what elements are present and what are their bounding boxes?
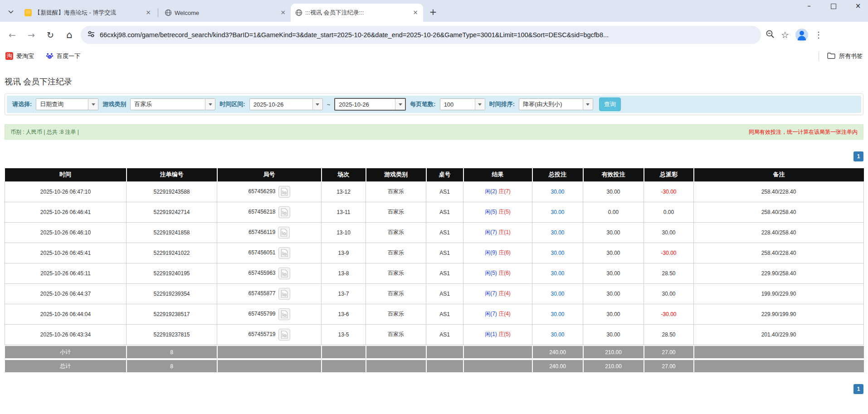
total-bet-link[interactable]: 30.00: [551, 311, 564, 317]
total-bet-link[interactable]: 30.00: [551, 189, 564, 195]
search-button[interactable]: 查询: [599, 97, 621, 111]
total-bet-link[interactable]: 30.00: [551, 270, 564, 277]
forward-icon[interactable]: →: [24, 27, 39, 43]
sort-label: 时间排序:: [489, 100, 515, 108]
omnibox[interactable]: 66cxkj98.com/game/betrecord_search/kind3…: [81, 26, 761, 44]
session-cell: 13-12: [322, 181, 366, 202]
total-bet-link[interactable]: 30.00: [551, 250, 564, 256]
video-replay-button[interactable]: [278, 206, 290, 218]
payout-cell: -30.00: [644, 304, 694, 324]
remark-cell: 229.90/258.40: [694, 263, 864, 283]
video-replay-button[interactable]: [278, 268, 290, 279]
session-cell: 13-6: [322, 304, 366, 324]
new-tab-button[interactable]: +: [427, 5, 439, 18]
page-1-button[interactable]: 1: [853, 384, 863, 394]
tab-title: :::视讯 会员下注纪录:::: [305, 9, 409, 17]
bookmark-baidu[interactable]: du 百度一下: [46, 52, 80, 61]
time-cell: 2025-10-26 06:45:11: [5, 263, 127, 283]
tab-bet-records-active[interactable]: :::视讯 会员下注纪录::: ×: [291, 4, 423, 22]
video-replay-button[interactable]: [278, 227, 290, 239]
home-icon[interactable]: ⌂: [62, 27, 77, 43]
chevron-down-icon[interactable]: [88, 99, 98, 110]
valid-bet-cell: 30.00: [583, 263, 644, 283]
video-replay-button[interactable]: [278, 288, 290, 300]
valid-bet-cell: 0.00: [583, 202, 644, 222]
tab-divider: [158, 8, 158, 17]
tab-welcome[interactable]: Welcome ×: [160, 4, 291, 22]
payout-cell: 28.50: [644, 324, 694, 345]
menu-kebab-icon[interactable]: ⋮: [814, 30, 823, 39]
bookmarks-separator: [819, 52, 819, 60]
sort-combobox[interactable]: 降幂(由大到小): [519, 98, 593, 110]
zoom-icon[interactable]: [766, 29, 775, 40]
window-maximize-button[interactable]: □: [827, 2, 840, 10]
chevron-down-icon[interactable]: [395, 99, 405, 110]
chevron-down-icon[interactable]: [205, 99, 215, 110]
total-bet-link[interactable]: 30.00: [551, 229, 564, 236]
bookmark-taobao[interactable]: 淘 爱淘宝: [5, 52, 34, 60]
tab-close-icon[interactable]: ×: [411, 9, 419, 17]
bet-id-cell: 522919242714: [127, 202, 217, 222]
total-bet-cell: 30.00: [532, 222, 583, 243]
query-type-combobox[interactable]: 日期查询: [36, 98, 98, 110]
page-1-button[interactable]: 1: [853, 151, 863, 161]
session-cell: 13-5: [322, 324, 366, 345]
result-player: 闲(5): [485, 209, 497, 215]
date-end-combobox[interactable]: 2025-10-26: [334, 98, 406, 111]
tab-close-icon[interactable]: ×: [279, 9, 287, 17]
valid-bet-notice-text: 同局有效投注，统一计算在该局第一张注单内: [749, 128, 858, 136]
result-player: 闲(9): [485, 249, 497, 256]
chevron-down-icon[interactable]: [583, 99, 593, 110]
result-banker: 庄(6): [498, 270, 511, 276]
video-replay-button[interactable]: [278, 186, 290, 198]
time-cell: 2025-10-26 06:47:10: [5, 181, 127, 202]
remark-cell: 229.90/199.90: [694, 304, 864, 324]
table-no-cell: AS1: [426, 181, 463, 202]
game-type-label: 游戏类别: [102, 100, 126, 108]
svg-text:du: du: [49, 56, 51, 58]
site-info-icon[interactable]: [87, 30, 95, 40]
col-payout: 总派彩: [644, 168, 694, 181]
chevron-down-icon[interactable]: [475, 99, 485, 110]
video-replay-button[interactable]: [278, 329, 290, 341]
remark-cell: 228.40/258.40: [694, 222, 864, 243]
page-content: 视讯 会员下注纪录 请选择: 日期查询 游戏类别 百家乐 时间区间: 2025-…: [0, 76, 868, 394]
result-player: 闲(5): [485, 270, 497, 276]
total-bet-link[interactable]: 30.00: [551, 331, 564, 338]
result-banker: 庄(1): [498, 229, 511, 235]
per-page-combobox[interactable]: 100: [440, 98, 485, 110]
game-type-value: 百家乐: [131, 99, 205, 110]
profile-avatar[interactable]: [795, 29, 808, 41]
chevron-down-icon[interactable]: [312, 99, 322, 110]
video-replay-button[interactable]: [278, 247, 290, 259]
tab-title: 【新提醒】海燕论坛 - 博学交流: [34, 9, 141, 17]
taobao-icon: 淘: [5, 52, 13, 60]
tab-forum[interactable]: 【新提醒】海燕论坛 - 博学交流 ×: [20, 4, 156, 22]
table-no-cell: AS1: [426, 202, 463, 222]
back-icon[interactable]: ←: [5, 27, 20, 43]
bet-id-cell: 522919243588: [127, 181, 217, 202]
reload-icon[interactable]: ↻: [43, 27, 58, 43]
video-replay-button[interactable]: [278, 308, 290, 320]
window-close-button[interactable]: ×: [852, 2, 864, 10]
date-start-combobox[interactable]: 2025-10-26: [249, 98, 323, 110]
window-minimize-button[interactable]: –: [803, 2, 815, 10]
game-type-combobox[interactable]: 百家乐: [130, 98, 215, 110]
bookmark-star-icon[interactable]: ☆: [781, 29, 789, 40]
round-id-cell: 657456051: [217, 243, 322, 263]
result-banker: 庄(4): [498, 290, 511, 297]
game-type-cell: 百家乐: [366, 202, 426, 222]
baidu-paw-icon: du: [46, 52, 54, 61]
round-id-cell: 657455719: [217, 324, 322, 345]
tab-search-chevron-icon[interactable]: [5, 5, 17, 18]
total-bet-cell: 30.00: [532, 324, 583, 345]
total-bet-link[interactable]: 30.00: [551, 291, 564, 297]
col-remark: 备注: [694, 168, 864, 181]
result-cell: 闲(1) 庄(5): [463, 324, 532, 345]
all-bookmarks[interactable]: 所有书签: [819, 52, 863, 60]
time-cell: 2025-10-26 06:43:34: [5, 324, 127, 345]
total-bet-link[interactable]: 30.00: [551, 209, 564, 215]
filter-bar: 请选择: 日期查询 游戏类别 百家乐 时间区间: 2025-10-26 ~ 20…: [7, 96, 861, 113]
tab-close-icon[interactable]: ×: [144, 9, 152, 17]
result-player: 闲(2): [485, 188, 497, 195]
